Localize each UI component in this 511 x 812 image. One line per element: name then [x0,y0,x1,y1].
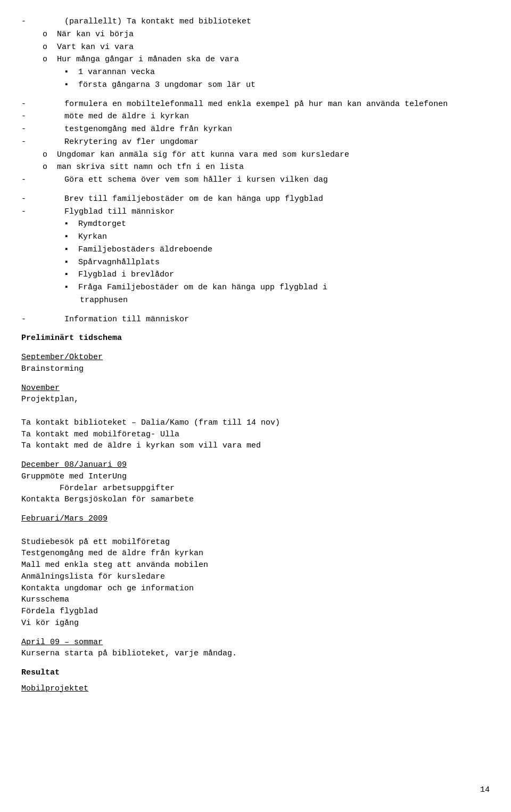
schedule-header: December 08/Januari 09 [21,459,490,471]
list-item: - formulera en mobiltelefonmall med enkl… [21,99,490,110]
list-item: ▪ Familjebostäders äldreboende [21,244,490,256]
list-item: o Vart kan vi vara [21,42,490,53]
list-item: - (parallellt) Ta kontakt med biblioteke… [21,16,490,28]
list-item: ▪ Rymdtorget [21,218,490,230]
schedule-body: Gruppmöte med InterUng Fördelar arbetsup… [21,471,490,506]
list-item: ▪ 1 varannan vecka [21,67,490,78]
list-item: o När kan vi börja [21,29,490,40]
bullet-section-brev: - Brev till familjebostäder om de kan hä… [21,193,490,306]
list-item: ▪ Kyrkan [21,231,490,243]
list-item: o man skriva sitt namn och tfn i en list… [21,161,490,173]
bullet-section-info: - Information till människor [21,314,490,326]
schedule-body: Brainstorming [21,363,490,375]
schedule-title: Preliminärt tidschema [21,332,490,344]
schedule-body: Projektplan, Ta kontakt biblioteket – Da… [21,394,490,452]
schedule-body: Studiebesök på ett mobilföretag Testgeno… [21,525,490,629]
list-item: - Information till människor [21,314,490,326]
list-item: - möte med de äldre i kyrkan [21,111,490,123]
schedule-header: September/Oktober [21,352,490,363]
list-item: ▪ Fråga Familjebostäder om de kan hänga … [21,282,490,294]
resultat-section: Resultat Mobilprojektet [21,667,490,695]
schedule-item-dec: December 08/Januari 09 Gruppmöte med Int… [21,459,490,506]
page-number: 14 [480,784,490,796]
schedule-header: April 09 – sommar [21,637,490,648]
list-item: ▪ Spårvagnhållplats [21,257,490,269]
list-item: - Göra ett schema över vem som håller i … [21,174,490,186]
schedule-section: Preliminärt tidschema September/Oktober … [21,332,490,660]
schedule-item-nov: November Projektplan, Ta kontakt bibliot… [21,383,490,452]
schedule-body: Kurserna starta på biblioteket, varje må… [21,648,490,660]
bullet-section-middle: - formulera en mobiltelefonmall med enkl… [21,99,490,186]
list-item: - Rekrytering av fler ungdomar [21,136,490,148]
list-item: o Hur många gångar i månaden ska de vara [21,54,490,66]
list-item: - Brev till familjebostäder om de kan hä… [21,193,490,205]
page-content: - (parallellt) Ta kontakt med biblioteke… [21,16,490,695]
resultat-title: Resultat [21,667,490,679]
schedule-item-april: April 09 – sommar Kurserna starta på bib… [21,637,490,660]
list-item: - testgenomgång med äldre från kyrkan [21,124,490,135]
schedule-item-feb: Februari/Mars 2009 Studiebesök på ett mo… [21,513,490,629]
schedule-header: Februari/Mars 2009 [21,513,490,525]
list-item: ▪ första gångarna 3 ungdomar som lär ut [21,79,490,91]
list-item: - Flygblad till människor [21,206,490,218]
list-item: o Ungdomar kan anmäla sig för att kunna … [21,149,490,161]
schedule-item-sept: September/Oktober Brainstorming [21,352,490,375]
list-item: trapphusen [21,295,490,306]
list-item: ▪ Flygblad i brevlådor [21,269,490,281]
bullet-section-top: - (parallellt) Ta kontakt med biblioteke… [21,16,490,91]
mobilprojektet-label: Mobilprojektet [21,683,490,695]
schedule-header: November [21,383,490,394]
